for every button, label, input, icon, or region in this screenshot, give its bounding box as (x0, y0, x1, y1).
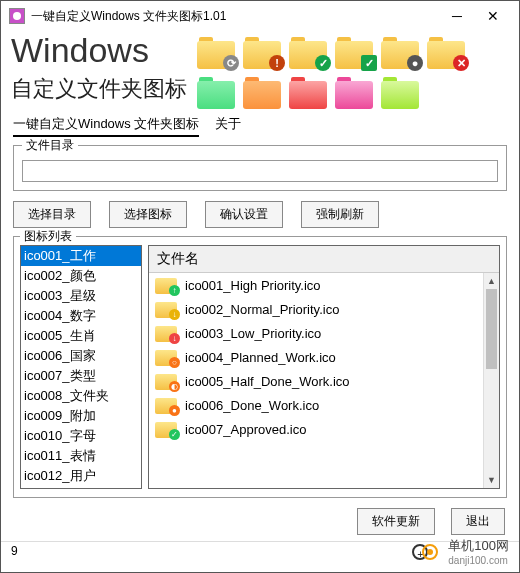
file-header-label: 文件名 (157, 250, 491, 268)
update-button[interactable]: 软件更新 (357, 508, 435, 535)
file-icon: ○ (155, 348, 177, 366)
file-name: ico001_High Priority.ico (185, 278, 321, 293)
folder-icon: ⟳ (197, 35, 237, 69)
file-row[interactable]: ↑ico001_High Priority.ico (149, 273, 483, 297)
header-line2: 自定义文件夹图标 (11, 74, 187, 104)
directory-panel: 文件目录 (13, 145, 507, 191)
file-column-header[interactable]: 文件名 (149, 246, 499, 273)
file-name: ico005_Half_Done_Work.ico (185, 374, 350, 389)
folder-icon: ! (243, 35, 283, 69)
tab-bar: 一键自定义Windows 文件夹图标 关于 (1, 109, 519, 143)
list-item[interactable]: ico010_字母 (21, 426, 141, 446)
header: Windows 自定义文件夹图标 ⟳ ! ✓ ✓ ● ✕ (1, 31, 519, 109)
file-icon: ↑ (155, 276, 177, 294)
file-row[interactable]: ↓ico003_Low_Priority.ico (149, 321, 483, 345)
watermark: + 单机100网 danji100.com (412, 537, 509, 566)
action-buttons: 选择目录 选择图标 确认设置 强制刷新 (1, 197, 519, 236)
confirm-button[interactable]: 确认设置 (205, 201, 283, 228)
tab-about[interactable]: 关于 (215, 115, 241, 137)
folder-icon (289, 75, 329, 109)
list-item[interactable]: ico005_生肖 (21, 326, 141, 346)
choose-icon-button[interactable]: 选择图标 (109, 201, 187, 228)
titlebar: 一键自定义Windows 文件夹图标1.01 ─ ✕ (1, 1, 519, 31)
file-icon: ◐ (155, 372, 177, 390)
file-name: ico006_Done_Work.ico (185, 398, 319, 413)
file-list[interactable]: ↑ico001_High Priority.ico↓ico002_Normal_… (149, 273, 483, 488)
icon-category-list[interactable]: ico001_工作ico002_颜色ico003_星级ico004_数字ico0… (20, 245, 142, 489)
file-name: ico002_Normal_Priority.ico (185, 302, 339, 317)
list-item[interactable]: ico007_类型 (21, 366, 141, 386)
file-icon: ↓ (155, 300, 177, 318)
choose-dir-button[interactable]: 选择目录 (13, 201, 91, 228)
folder-icon (243, 75, 283, 109)
icon-showcase: ⟳ ! ✓ ✓ ● ✕ (197, 31, 509, 109)
exit-button[interactable]: 退出 (451, 508, 505, 535)
file-row[interactable]: ○ico004_Planned_Work.ico (149, 345, 483, 369)
window-title: 一键自定义Windows 文件夹图标1.01 (31, 8, 447, 25)
minimize-button[interactable]: ─ (447, 6, 467, 26)
header-line1: Windows (11, 31, 187, 70)
list-item[interactable]: ico012_用户 (21, 466, 141, 486)
file-name: ico003_Low_Priority.ico (185, 326, 321, 341)
file-icon: ● (155, 396, 177, 414)
footer-buttons: 软件更新 退出 (1, 498, 519, 541)
folder-icon: ✓ (335, 35, 375, 69)
watermark-logo-icon: + (412, 542, 442, 562)
folder-icon: ✓ (289, 35, 329, 69)
app-window: 一键自定义Windows 文件夹图标1.01 ─ ✕ Windows 自定义文件… (0, 0, 520, 573)
watermark-url: danji100.com (448, 555, 509, 566)
list-item[interactable]: ico002_颜色 (21, 266, 141, 286)
close-button[interactable]: ✕ (483, 6, 503, 26)
tab-main[interactable]: 一键自定义Windows 文件夹图标 (13, 115, 199, 137)
file-icon: ✓ (155, 420, 177, 438)
list-item[interactable]: ico006_国家 (21, 346, 141, 366)
file-name: ico007_Approved.ico (185, 422, 306, 437)
scroll-thumb[interactable] (486, 289, 497, 369)
file-name: ico004_Planned_Work.ico (185, 350, 336, 365)
scrollbar[interactable]: ▲ ▼ (483, 273, 499, 488)
status-count: 9 (11, 544, 18, 558)
list-item[interactable]: ico003_星级 (21, 286, 141, 306)
file-row[interactable]: ◐ico005_Half_Done_Work.ico (149, 369, 483, 393)
lists-legend: 图标列表 (20, 228, 76, 245)
scroll-up-icon[interactable]: ▲ (484, 273, 499, 289)
directory-legend: 文件目录 (22, 137, 78, 154)
list-item[interactable]: ico009_附加 (21, 406, 141, 426)
list-item[interactable]: ico004_数字 (21, 306, 141, 326)
file-row[interactable]: ●ico006_Done_Work.ico (149, 393, 483, 417)
list-item[interactable]: ico008_文件夹 (21, 386, 141, 406)
scroll-down-icon[interactable]: ▼ (484, 472, 499, 488)
watermark-text: 单机100网 (448, 537, 509, 555)
app-icon (9, 8, 25, 24)
file-list-pane: 文件名 ↑ico001_High Priority.ico↓ico002_Nor… (148, 245, 500, 489)
list-item[interactable]: ico001_工作 (21, 246, 141, 266)
folder-icon (381, 75, 421, 109)
file-icon: ↓ (155, 324, 177, 342)
folder-icon (335, 75, 375, 109)
directory-input[interactable] (22, 160, 498, 182)
list-item[interactable]: ico011_表情 (21, 446, 141, 466)
folder-icon (197, 75, 237, 109)
refresh-button[interactable]: 强制刷新 (301, 201, 379, 228)
file-row[interactable]: ✓ico007_Approved.ico (149, 417, 483, 441)
folder-icon: ● (381, 35, 421, 69)
folder-icon: ✕ (427, 35, 467, 69)
file-row[interactable]: ↓ico002_Normal_Priority.ico (149, 297, 483, 321)
lists-panel: 图标列表 ico001_工作ico002_颜色ico003_星级ico004_数… (13, 236, 507, 498)
